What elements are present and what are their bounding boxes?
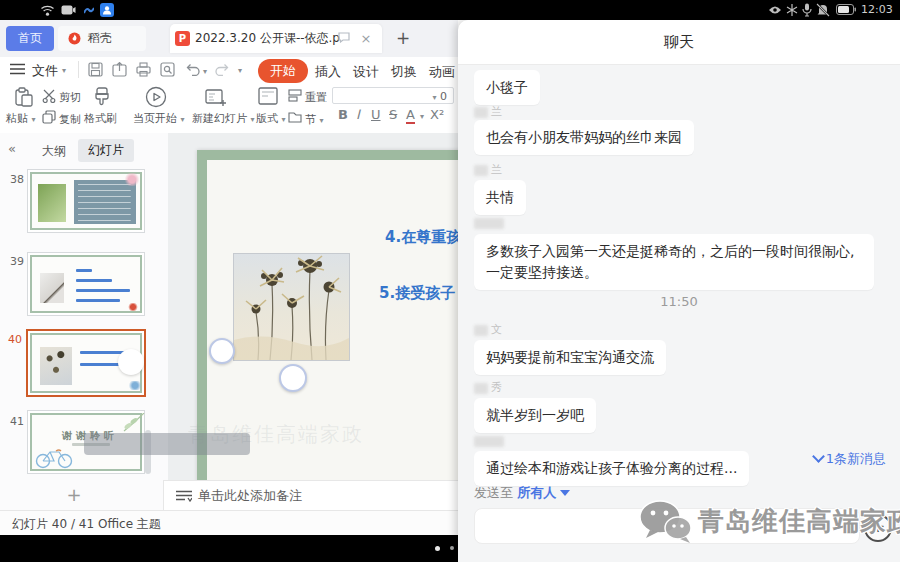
collapse-panel-icon[interactable]: « bbox=[8, 141, 16, 156]
ribbon-tab-home[interactable]: 开始 bbox=[258, 59, 308, 83]
slide-bullet-4[interactable]: 4.在尊重孩 bbox=[385, 228, 458, 247]
ribbon-tab-transition[interactable]: 切换 bbox=[391, 63, 417, 81]
chat-message: 就半岁到一岁吧 bbox=[474, 398, 596, 433]
slide-bullet-5[interactable]: 5.接受孩子 bbox=[379, 284, 455, 303]
app-badge-icon bbox=[100, 3, 114, 17]
strikethrough-button[interactable]: S bbox=[389, 107, 397, 122]
chat-add-button[interactable]: + bbox=[864, 514, 892, 542]
file-menu[interactable]: 文件 bbox=[32, 62, 58, 80]
tab-document-active[interactable]: P 2022.3.20 公开课--依恋.pptx × bbox=[170, 24, 382, 53]
chat-sender: 兰 bbox=[474, 162, 502, 176]
reset-icon[interactable] bbox=[288, 89, 302, 102]
chat-message: 也会有小朋友带妈妈的丝巾来园 bbox=[474, 120, 694, 155]
ribbon-tab-insert[interactable]: 插入 bbox=[315, 63, 341, 81]
chat-sender bbox=[474, 216, 507, 230]
section-icon[interactable] bbox=[288, 110, 302, 123]
camera-icon bbox=[61, 5, 76, 15]
tab-document-title: 2022.3.20 公开课--依恋.pptx bbox=[195, 24, 340, 53]
font-color-caret-icon[interactable]: ▾ bbox=[420, 112, 424, 121]
notes-placeholder[interactable]: 单击此处添加备注 bbox=[198, 481, 302, 511]
cut-icon[interactable] bbox=[42, 89, 57, 103]
tab-docer[interactable]: 稻壳 bbox=[58, 26, 146, 51]
slide-image-flowers[interactable] bbox=[233, 253, 350, 361]
sync-badge-icon bbox=[84, 7, 94, 14]
layout-button[interactable]: 版式 ▾ bbox=[256, 111, 286, 126]
copy-icon[interactable] bbox=[42, 110, 56, 124]
slide38-frame bbox=[30, 172, 142, 230]
slide-counter: 幻灯片 40 / 41 bbox=[12, 516, 94, 533]
play-from-current-button[interactable]: 当页开始 ▾ bbox=[133, 111, 185, 126]
reset-button[interactable]: 重置 bbox=[305, 90, 327, 105]
format-painter-button[interactable]: 格式刷 bbox=[84, 111, 117, 126]
tab-slides[interactable]: 幻灯片 bbox=[78, 139, 134, 162]
send-to-row[interactable]: 发送至 所有人 bbox=[474, 484, 570, 502]
redo-icon[interactable] bbox=[214, 63, 229, 76]
underline-button[interactable]: U bbox=[371, 107, 381, 122]
play-from-current-icon[interactable] bbox=[145, 86, 167, 108]
tab-outline[interactable]: 大纲 bbox=[42, 143, 66, 160]
slide40-pointer-circle bbox=[118, 349, 144, 375]
font-size-combobox[interactable]: ▾ 0 bbox=[332, 87, 454, 104]
selection-handle[interactable] bbox=[279, 364, 307, 392]
slide-thumbnail-40-selected[interactable] bbox=[26, 329, 146, 397]
new-slide-icon[interactable] bbox=[205, 87, 227, 107]
cut-button[interactable]: 剪切 bbox=[59, 90, 81, 105]
battery-icon bbox=[836, 4, 856, 15]
chat-message: 小毯子 bbox=[474, 70, 540, 105]
italic-button[interactable]: I bbox=[356, 107, 360, 122]
nav-dot bbox=[435, 546, 440, 551]
chat-sender: 文 bbox=[474, 322, 502, 336]
mic-icon bbox=[802, 3, 812, 17]
avatar bbox=[474, 165, 488, 176]
send-to-caret-icon bbox=[560, 490, 570, 496]
section-button[interactable]: 节 ▾ bbox=[305, 112, 324, 127]
new-slide-button[interactable]: 新建幻灯片 ▾ bbox=[192, 111, 255, 126]
slide40-doodle bbox=[128, 381, 142, 390]
find-icon[interactable] bbox=[160, 62, 175, 77]
send-to-value[interactable]: 所有人 bbox=[517, 485, 556, 500]
print-icon[interactable] bbox=[136, 62, 151, 77]
ribbon-tab-animation[interactable]: 动画 bbox=[429, 63, 455, 81]
add-slide-button[interactable]: + bbox=[62, 483, 86, 507]
more-tools-caret-icon[interactable]: ▾ bbox=[238, 66, 242, 75]
new-tab-button[interactable]: + bbox=[390, 24, 416, 53]
tab-close-icon[interactable]: × bbox=[356, 24, 376, 53]
paste-button[interactable]: 粘贴 ▾ bbox=[6, 111, 36, 126]
slide-thumbnail-39[interactable] bbox=[27, 252, 145, 316]
chat-header: 聊天 bbox=[458, 20, 900, 65]
chat-message: 多数孩子入园第一天还是挺稀奇的，之后的一段时间很闹心,一定要坚持接送。 bbox=[474, 234, 874, 290]
tab-comment-icon[interactable] bbox=[338, 32, 350, 43]
slide41-branch bbox=[116, 413, 146, 435]
save-icon[interactable] bbox=[88, 62, 103, 77]
hamburger-icon[interactable] bbox=[10, 63, 25, 75]
bold-button[interactable]: B bbox=[338, 107, 348, 122]
divider bbox=[78, 61, 79, 78]
output-icon[interactable] bbox=[112, 62, 127, 77]
font-color-button[interactable]: A bbox=[406, 107, 415, 124]
slide40-photo bbox=[40, 347, 72, 385]
status-time: 12:03 bbox=[861, 0, 893, 20]
chat-input[interactable] bbox=[474, 508, 860, 544]
tab-home[interactable]: 首页 bbox=[6, 26, 54, 51]
slide-number: 38 bbox=[10, 173, 24, 186]
superscript-button[interactable]: X² bbox=[430, 107, 444, 122]
format-painter-icon[interactable] bbox=[92, 86, 112, 108]
send-to-label: 发送至 bbox=[474, 485, 513, 500]
avatar bbox=[474, 218, 504, 229]
copy-button[interactable]: 复制 bbox=[59, 112, 81, 127]
slide-thumbnail-38[interactable] bbox=[27, 169, 145, 233]
selection-handle[interactable] bbox=[209, 338, 235, 364]
chat-sender: 兰 bbox=[474, 104, 502, 118]
slide-canvas[interactable]: 4.在尊重孩 5.接受孩子 青岛维佳高端家政 bbox=[168, 133, 458, 480]
menu-bar: 文件 ▾ ▾ ▾ 开始 插入 设计 切换 动画 bbox=[0, 57, 458, 83]
notes-bar[interactable]: 单击此处添加备注 bbox=[163, 480, 459, 511]
paste-icon[interactable] bbox=[14, 87, 34, 107]
undo-icon[interactable] bbox=[186, 63, 201, 76]
eye-icon bbox=[768, 5, 782, 15]
undo-caret-icon[interactable]: ▾ bbox=[203, 67, 207, 76]
slide41-bicycle bbox=[34, 447, 78, 469]
ribbon-tab-design[interactable]: 设计 bbox=[353, 63, 379, 81]
layout-icon[interactable] bbox=[258, 87, 278, 105]
new-message-notice[interactable]: 1条新消息 bbox=[814, 450, 886, 468]
slide38-textblock bbox=[74, 180, 136, 224]
